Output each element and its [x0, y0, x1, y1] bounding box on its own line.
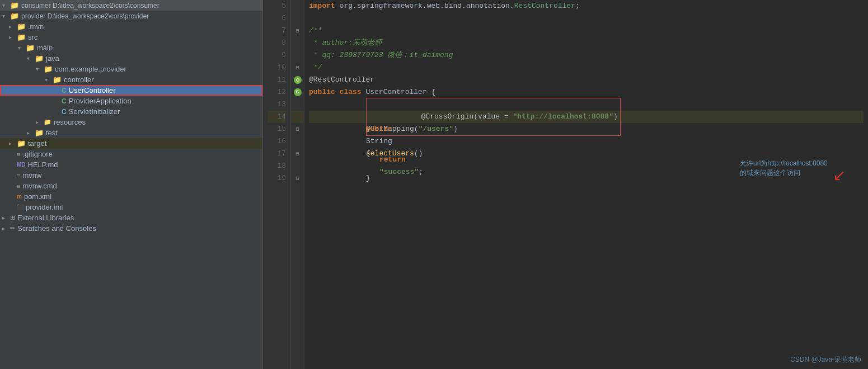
watermark: CSDN @Java-呆萌老师 — [790, 355, 861, 365]
line19-indent: } — [322, 160, 370, 197]
folder-icon: 📁 — [10, 1, 19, 10]
getmapping-close: ) — [453, 125, 458, 133]
sidebar-label: ServletInitializer — [69, 107, 120, 116]
sidebar-label: ProviderApplication — [69, 97, 132, 105]
sidebar-item-controller[interactable]: 📁 controller — [0, 74, 262, 85]
folder-icon: 📁 — [35, 129, 44, 137]
line-num-13: 13 — [268, 98, 286, 111]
line-num-15: 15 — [268, 123, 286, 135]
class-icon: C — [62, 87, 67, 94]
sidebar-item-target[interactable]: 📁 target — [0, 138, 262, 149]
sidebar-item-mvn[interactable]: 📁 .mvn — [0, 21, 262, 32]
sidebar-item-mvnw[interactable]: ≡ mvnw — [0, 170, 262, 181]
line-num-17: 17 — [268, 148, 286, 160]
sidebar-label: HELP.md — [28, 160, 58, 169]
spring-class-icon[interactable]: C — [294, 88, 302, 96]
sidebar-item-gitignore[interactable]: ≡ .gitignore — [0, 149, 262, 159]
gutter-14 — [291, 111, 304, 123]
gutter-13 — [291, 98, 304, 111]
gutter-9 — [291, 49, 304, 62]
gutter-6 — [291, 12, 304, 25]
sidebar-label: provider.iml — [26, 203, 63, 211]
sidebar-item-test[interactable]: 📁 test — [0, 127, 262, 138]
sidebar-item-scratches[interactable]: ✏ Scratches and Consoles — [0, 223, 262, 234]
resources-icon: 📁 — [44, 119, 51, 126]
sidebar-item-usercontroller[interactable]: C UserController — [0, 85, 262, 96]
code-area: 5 6 7 8 9 10 11 12 13 14 15 16 17 18 19 … — [263, 0, 868, 369]
sidebar-item-com-example[interactable]: 📁 com.example.provider — [0, 64, 262, 74]
sidebar-item-src[interactable]: 📁 src — [0, 32, 262, 42]
import-class: RestController — [514, 0, 575, 12]
gutter-15[interactable]: ⊟ — [291, 123, 304, 135]
gutter-10[interactable]: ⊟ — [291, 62, 304, 74]
watermark-text: CSDN @Java-呆萌老师 — [790, 356, 861, 363]
line-num-5: 5 — [268, 0, 286, 12]
code-line-7: /** — [309, 25, 864, 37]
gutter-11[interactable] — [291, 74, 304, 86]
sidebar-tree[interactable]: 📁 consumer D:\idea_workspace2\cors\consu… — [0, 0, 262, 369]
javadoc-author: * author:呆萌老师 — [309, 37, 382, 49]
iml-icon: ⬛ — [17, 204, 24, 210]
sidebar-item-consumer[interactable]: 📁 consumer D:\idea_workspace2\cors\consu… — [0, 0, 262, 11]
md-icon: MD — [17, 162, 26, 168]
paren-open: ( — [473, 112, 478, 121]
expand-arrow — [36, 119, 44, 125]
sidebar-item-helpmd[interactable]: MD HELP.md — [0, 159, 262, 170]
gutter-17[interactable]: ⊟ — [291, 148, 304, 160]
sidebar-item-providerapplication[interactable]: C ProviderApplication — [0, 96, 262, 106]
sidebar-label: mvnw.cmd — [22, 182, 57, 190]
file-icon: ≡ — [17, 183, 20, 190]
callout-text: 允许url为http://localhost:8080的域来问题这个访问 — [740, 157, 829, 178]
expand-arrow — [2, 215, 10, 221]
sidebar-item-servletinitializer[interactable]: C ServletInitializer — [0, 106, 262, 117]
file-icon: ≡ — [17, 172, 20, 179]
sidebar-label: resources — [54, 118, 86, 126]
semicolon: ; — [575, 0, 580, 12]
sidebar-label: UserController — [69, 86, 116, 94]
getmapping-path: "/users" — [419, 125, 453, 133]
sidebar-item-provideriml[interactable]: ⬛ provider.iml — [0, 202, 262, 212]
callout-label: 允许url为http://localhost:8080的域来问题这个访问 — [740, 159, 828, 177]
class-icon: C — [62, 97, 67, 105]
sidebar-item-resources[interactable]: 📁 resources — [0, 117, 262, 127]
sidebar-label: target — [28, 139, 46, 148]
gutter-12[interactable]: C — [291, 86, 304, 98]
line-num-19: 19 — [268, 172, 286, 184]
code-lines: import org.springframework.web.bind.anno… — [304, 0, 868, 369]
sidebar-label: provider D:\idea_workspace2\cors\provide… — [21, 12, 149, 20]
folder-icon: 📁 — [44, 65, 53, 73]
line-num-7: 7 — [268, 25, 286, 37]
sidebar-label: .gitignore — [22, 150, 52, 158]
sidebar-item-pomxml[interactable]: m pom.xml — [0, 191, 262, 202]
spring-run-icon[interactable] — [294, 76, 302, 84]
expand-arrow — [2, 225, 10, 231]
gutter-8 — [291, 37, 304, 49]
folder-icon: 📁 — [17, 139, 26, 148]
line-num-18: 18 — [268, 160, 286, 172]
expand-arrow — [45, 77, 53, 83]
sidebar-label: controller — [64, 75, 93, 84]
gutter-7[interactable]: ⊟ — [291, 25, 304, 37]
sidebar-item-main[interactable]: 📁 main — [0, 42, 262, 53]
code-editor: 5 6 7 8 9 10 11 12 13 14 15 16 17 18 19 … — [263, 0, 868, 369]
gutter: ⊟ ⊟ C ⊟ — [291, 0, 304, 369]
gutter-5 — [291, 0, 304, 12]
sidebar-item-external-libraries[interactable]: ⊞ External Libraries — [0, 212, 262, 223]
gutter-19[interactable]: ⊟ — [291, 172, 304, 184]
red-arrow: ↙ — [833, 168, 846, 183]
line-num-6: 6 — [268, 12, 286, 25]
paren-close: ) — [613, 112, 618, 121]
code-line-6 — [309, 12, 864, 25]
kw-public2: public — [366, 125, 397, 133]
line-num-14: 14 — [268, 111, 286, 123]
sidebar-label: pom.xml — [24, 192, 51, 201]
scratch-icon: ✏ — [10, 225, 15, 232]
sidebar-label: Scratches and Consoles — [17, 224, 96, 233]
line-num-11: 11 — [268, 74, 286, 86]
sidebar-item-java[interactable]: 📁 java — [0, 53, 262, 64]
sidebar-item-provider[interactable]: 📁 provider D:\idea_workspace2\cors\provi… — [0, 11, 262, 21]
sidebar-item-mvnwcmd[interactable]: ≡ mvnw.cmd — [0, 181, 262, 191]
line-num-10: 10 — [268, 62, 286, 74]
lib-icon: ⊞ — [10, 214, 15, 221]
param-string: "http://localhost:8088" — [513, 112, 613, 121]
